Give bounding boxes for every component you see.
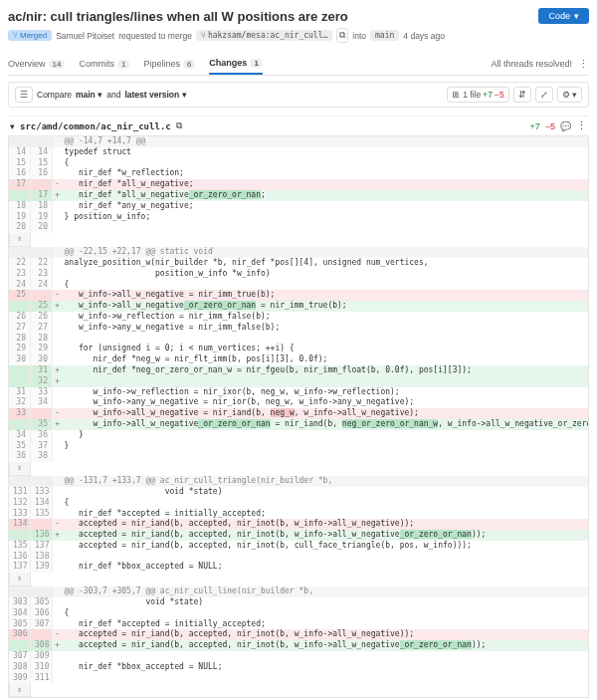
old-lineno[interactable] (9, 419, 31, 430)
new-lineno[interactable]: 33 (31, 387, 53, 398)
diff-code[interactable]: nir_def *bbox_accepted = NULL; (63, 562, 589, 573)
diff-code[interactable]: typedef struct (63, 147, 589, 158)
old-lineno[interactable] (9, 586, 31, 597)
old-lineno[interactable]: 134 (9, 519, 31, 530)
diff-code[interactable]: for (unsigned i = 0; i < num_vertices; +… (63, 344, 589, 354)
old-lineno[interactable]: 32 (9, 397, 31, 408)
old-lineno[interactable]: 31 (9, 387, 31, 398)
old-lineno[interactable]: 136 (9, 552, 31, 563)
new-lineno[interactable] (31, 179, 53, 190)
diff-code[interactable]: { (63, 280, 589, 291)
new-lineno[interactable]: 306 (31, 608, 53, 619)
old-lineno[interactable]: 133 (9, 509, 31, 520)
new-lineno[interactable]: 15 (31, 158, 53, 169)
new-lineno[interactable]: 139 (31, 562, 53, 573)
old-lineno[interactable]: 131 (9, 487, 31, 498)
diff-code[interactable]: } (63, 430, 589, 441)
old-lineno[interactable]: 24 (9, 280, 31, 291)
old-lineno[interactable]: 306 (9, 629, 31, 640)
new-lineno[interactable]: 32 (31, 376, 53, 387)
diff-code[interactable]: @@ -22,15 +22,17 @@ static void (63, 247, 589, 258)
old-lineno[interactable] (9, 247, 31, 258)
new-lineno[interactable] (31, 519, 53, 530)
diff-code[interactable]: w_info->w_reflection = nir_ixor(b, neg_w… (63, 387, 589, 398)
new-lineno[interactable]: 26 (31, 312, 53, 323)
diff-code[interactable] (63, 376, 589, 387)
diff-code[interactable]: nir_def *accepted = initially_accepted; (63, 509, 589, 520)
file-path[interactable]: src/amd/common/ac_nir_cull.c (20, 121, 171, 131)
expand-context-button[interactable]: ⇕ (9, 462, 31, 476)
old-lineno[interactable] (9, 376, 31, 387)
old-lineno[interactable]: 132 (9, 498, 31, 509)
file-kebab-icon[interactable]: ⋮ (576, 120, 587, 131)
expand-button[interactable]: ⤢ (535, 87, 553, 103)
diff-code[interactable]: void *state) (63, 487, 589, 498)
diff-code[interactable]: accepted = nir_iand(b, accepted, nir_ino… (63, 519, 589, 530)
diff-code[interactable]: } (63, 441, 589, 452)
diff-code[interactable]: accepted = nir_iand(b, accepted, nir_ino… (63, 530, 589, 541)
compare-version-select[interactable]: latest version ▾ (124, 90, 186, 100)
new-lineno[interactable] (31, 476, 53, 487)
new-lineno[interactable] (31, 408, 53, 419)
old-lineno[interactable]: 135 (9, 541, 31, 552)
new-lineno[interactable]: 309 (31, 651, 53, 662)
diff-code[interactable]: nir_def *all_w_negative; (63, 179, 589, 190)
old-lineno[interactable]: 28 (9, 334, 31, 345)
tab-overview[interactable]: Overview14 (8, 53, 65, 75)
old-lineno[interactable] (9, 476, 31, 487)
new-lineno[interactable]: 18 (31, 201, 53, 212)
old-lineno[interactable] (9, 640, 31, 651)
old-lineno[interactable]: 305 (9, 619, 31, 630)
expand-context-button[interactable]: ⇕ (9, 233, 31, 247)
new-lineno[interactable]: 22 (31, 258, 53, 269)
diff-code[interactable]: accepted = nir_iand(b, accepted, nir_ino… (63, 629, 589, 640)
old-lineno[interactable] (9, 301, 31, 312)
diff-code[interactable]: analyze_position_w(nir_builder *b, nir_d… (63, 258, 589, 269)
new-lineno[interactable] (31, 629, 53, 640)
settings-button[interactable]: ⚙ ▾ (557, 87, 582, 103)
old-lineno[interactable] (9, 365, 31, 376)
diff-code[interactable] (63, 334, 589, 345)
diff-code[interactable]: nir_def *neg_or_zero_or_nan_w = nir_fgeu… (63, 365, 589, 376)
diff-code[interactable] (63, 552, 589, 563)
old-lineno[interactable]: 14 (9, 147, 31, 158)
chevron-down-icon[interactable]: ▾ (10, 121, 15, 131)
file-tree-toggle-icon[interactable]: ☰ (15, 87, 33, 103)
diff-code[interactable]: { (63, 498, 589, 509)
new-lineno[interactable]: 38 (31, 451, 53, 462)
new-lineno[interactable]: 134 (31, 498, 53, 509)
source-branch-chip[interactable]: ⑂ hakzsam/mesa:ac_nir_cull… (196, 30, 332, 41)
old-lineno[interactable]: 16 (9, 168, 31, 179)
old-lineno[interactable]: 307 (9, 651, 31, 662)
copy-branch-icon[interactable]: ⧉ (336, 28, 348, 43)
new-lineno[interactable]: 24 (31, 280, 53, 291)
new-lineno[interactable]: 30 (31, 354, 53, 365)
old-lineno[interactable]: 35 (9, 441, 31, 452)
old-lineno[interactable]: 308 (9, 662, 31, 673)
diff-code[interactable]: void *state) (63, 597, 589, 608)
diff-code[interactable]: w_info->any_w_negative = nir_imm_false(b… (63, 323, 589, 334)
new-lineno[interactable]: 17 (31, 190, 53, 201)
diff-code[interactable]: nir_def *accepted = initially_accepted; (63, 619, 589, 630)
old-lineno[interactable]: 22 (9, 258, 31, 269)
old-lineno[interactable]: 309 (9, 673, 31, 684)
copy-path-icon[interactable]: ⧉ (176, 120, 182, 131)
diff-code[interactable]: accepted = nir_iand(b, accepted, nir_ino… (63, 541, 589, 552)
new-lineno[interactable]: 310 (31, 662, 53, 673)
diff-code[interactable]: { (63, 158, 589, 169)
new-lineno[interactable]: 305 (31, 597, 53, 608)
diff-code[interactable]: { (63, 608, 589, 619)
diff-code[interactable]: @@ -303,7 +305,7 @@ ac_nir_cull_line(nir… (63, 586, 589, 597)
new-lineno[interactable]: 137 (31, 541, 53, 552)
new-lineno[interactable]: 133 (31, 487, 53, 498)
expand-context-button[interactable]: ⇕ (9, 573, 31, 586)
new-lineno[interactable]: 308 (31, 640, 53, 651)
diff-code[interactable] (63, 222, 589, 233)
old-lineno[interactable]: 20 (9, 222, 31, 233)
diff-code[interactable]: @@ -14,7 +14,7 @@ (63, 136, 589, 147)
new-lineno[interactable]: 34 (31, 397, 53, 408)
new-lineno[interactable]: 138 (31, 552, 53, 563)
old-lineno[interactable]: 34 (9, 430, 31, 441)
new-lineno[interactable]: 28 (31, 334, 53, 345)
kebab-menu-icon[interactable]: ⋮ (578, 59, 589, 70)
